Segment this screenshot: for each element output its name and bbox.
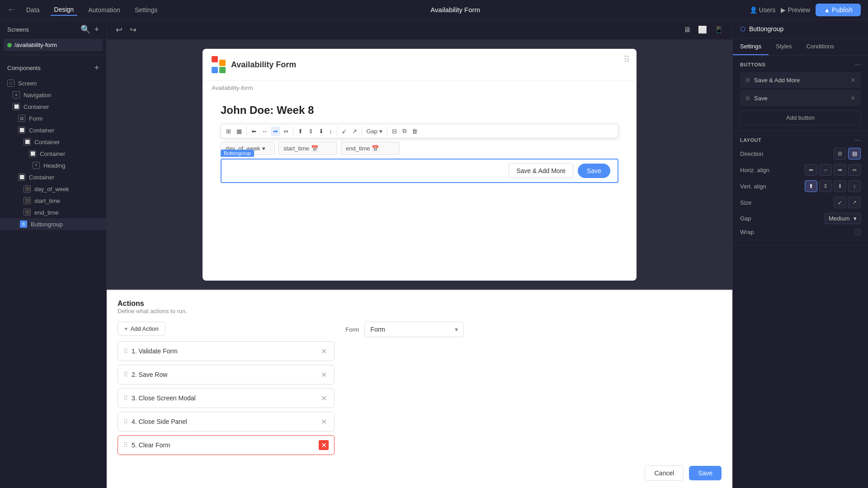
mobile-view-button[interactable]: 📱 (712, 23, 725, 36)
nav-design[interactable]: Design (51, 4, 78, 16)
tree-item-navigation[interactable]: ≡ Navigation (0, 89, 106, 101)
cancel-button[interactable]: Cancel (645, 465, 684, 481)
tree-item-end-time[interactable]: ⬛ end_time (0, 206, 106, 218)
size-expand-btn[interactable]: ↗ (848, 197, 861, 208)
copy-btn[interactable]: ⧉ (400, 126, 409, 136)
action-close-4[interactable]: ✕ (319, 417, 329, 427)
buttons-section-header: BUTTONS — (740, 61, 861, 68)
align-center-btn[interactable]: ↔ (259, 127, 270, 136)
right-sidebar-header: ⬡ Buttongroup (733, 20, 868, 38)
gap-btn[interactable]: Gap ▾ (364, 127, 385, 136)
action-item-3[interactable]: ⠿ 3. Close Screen Modal ✕ (118, 388, 335, 408)
vert-bot-btn[interactable]: ⬇ (834, 180, 846, 192)
end-time-field[interactable]: end_time 📅 (341, 142, 400, 155)
size-shrink-btn[interactable]: ↙ (834, 197, 846, 208)
preview-link[interactable]: ▶ Preview (781, 6, 810, 14)
size-shrink-btn[interactable]: ↙ (340, 127, 349, 136)
save-actions-button[interactable]: Save (689, 466, 722, 480)
tree-item-container-4[interactable]: ⬜ Container (0, 148, 106, 160)
gap-select[interactable]: Medium ▾ (825, 213, 861, 224)
tree-item-form[interactable]: ▤ Form (0, 113, 106, 124)
field-icon-end: ⬛ (24, 209, 31, 216)
collapse-layout-button[interactable]: — (855, 136, 861, 143)
grid-view-btn[interactable]: ⊟ (390, 127, 399, 136)
tab-conditions[interactable]: Conditions (799, 38, 841, 55)
form-dropdown[interactable]: Form ▾ (364, 322, 464, 337)
button-list-item-1[interactable]: ⚙ Save & Add More ✕ (740, 72, 861, 88)
valign-bot-btn[interactable]: ⬇ (316, 127, 326, 136)
tab-settings[interactable]: Settings (733, 38, 769, 55)
back-button[interactable]: ← (7, 5, 15, 14)
add-button-button[interactable]: Add button (740, 110, 861, 125)
wrap-checkbox[interactable] (854, 229, 861, 235)
tree-item-container-3[interactable]: ⬜ Container (0, 136, 106, 148)
nav-data[interactable]: Data (23, 5, 43, 15)
remove-button-1[interactable]: ✕ (850, 76, 856, 84)
save-add-more-button[interactable]: Save & Add More (509, 163, 573, 178)
action-close-1[interactable]: ✕ (319, 346, 329, 356)
tree-item-container-1[interactable]: ⬜ Container (0, 101, 106, 113)
actions-description: Define what actions to run. (118, 308, 722, 314)
vert-top-btn[interactable]: ⬆ (805, 180, 817, 192)
tree-item-heading[interactable]: T Heading (0, 160, 106, 171)
tree-item-buttongroup[interactable]: B Buttongroup (0, 218, 106, 230)
tree-item-container-2[interactable]: ⬜ Container (0, 124, 106, 136)
add-action-button[interactable]: + Add Action (118, 322, 165, 336)
delete-btn[interactable]: 🗑 (410, 127, 420, 136)
redo-button[interactable]: ↪ (128, 20, 138, 40)
layout-cols-btn[interactable]: ▦ (234, 127, 244, 136)
action-item-4[interactable]: ⠿ 4. Close Side Panel ✕ (118, 412, 335, 432)
add-component-button[interactable]: + (94, 63, 99, 73)
right-sidebar: ⬡ Buttongroup Settings Styles Conditions… (732, 20, 868, 488)
start-time-field[interactable]: start_time 📅 (278, 142, 337, 155)
desktop-view-button[interactable]: 🖥 (682, 24, 693, 36)
tablet-view-button[interactable]: ⬜ (696, 23, 709, 36)
direction-row-btn[interactable]: ▤ (848, 148, 861, 160)
layout-grid-btn[interactable]: ⊞ (224, 127, 233, 136)
align-left-btn[interactable]: ⬅ (249, 127, 259, 136)
publish-button[interactable]: ▲ Publish (816, 4, 861, 16)
size-expand-btn[interactable]: ↗ (350, 127, 359, 136)
direction-grid-btn[interactable]: ⊞ (834, 148, 846, 160)
gear-icon-2: ⚙ (745, 95, 750, 102)
add-screen-button[interactable]: + (94, 24, 99, 34)
save-button[interactable]: Save (578, 164, 610, 178)
tree-item-day-of-week[interactable]: ⬛ day_of_week (0, 183, 106, 195)
tree-item-container-5[interactable]: ⬜ Container (0, 171, 106, 183)
screen-item-availability[interactable]: /availability-form (4, 39, 103, 51)
action-close-5[interactable]: ✕ (319, 440, 329, 450)
remove-button-2[interactable]: ✕ (850, 94, 856, 102)
nav-automation[interactable]: Automation (85, 5, 124, 15)
valign-fill-btn[interactable]: ↕ (327, 127, 335, 136)
horiz-left-btn[interactable]: ⬅ (805, 164, 817, 176)
action-label-4: 4. Close Side Panel (132, 418, 315, 425)
horiz-justify-btn[interactable]: ⇔ (848, 164, 861, 176)
action-close-3[interactable]: ✕ (319, 393, 329, 403)
horiz-right-btn[interactable]: ➡ (834, 164, 846, 176)
vert-mid-btn[interactable]: ⇕ (819, 180, 832, 192)
action-close-2[interactable]: ✕ (319, 370, 329, 380)
valign-top-btn[interactable]: ⬆ (296, 127, 305, 136)
vert-stretch-btn[interactable]: ↕ (848, 180, 861, 192)
collapse-buttons-button[interactable]: — (855, 61, 861, 68)
size-row: Size ↙ ↗ (740, 197, 861, 208)
horiz-align-options: ⬅ ↔ ➡ ⇔ (805, 164, 861, 176)
undo-button[interactable]: ↩ (114, 20, 124, 40)
horiz-center-btn[interactable]: ↔ (819, 164, 832, 176)
search-screens-button[interactable]: 🔍 (80, 24, 90, 34)
tree-item-start-time[interactable]: ⬛ start_time (0, 195, 106, 206)
align-right-btn[interactable]: ➡ (271, 127, 280, 136)
canvas-toolbar: ↩ ↪ 🖥 ⬜ 📱 (107, 20, 732, 40)
tree-item-screen[interactable]: □ Screen (0, 77, 106, 89)
nav-settings[interactable]: Settings (131, 5, 161, 15)
action-item-1[interactable]: ⠿ 1. Validate Form ✕ (118, 341, 335, 361)
valign-mid-btn[interactable]: ⇕ (306, 127, 316, 136)
tab-styles[interactable]: Styles (769, 38, 799, 55)
action-item-5[interactable]: ⠿ 5. Clear Form ✕ (118, 435, 335, 455)
align-fill-btn[interactable]: ⇔ (281, 127, 291, 136)
components-section-header: Components + (0, 59, 106, 77)
float-toolbar: ⊞ ▦ ⬅ ↔ ➡ ⇔ ⬆ ⇕ ⬇ ↕ ↙ ↗ (221, 124, 618, 138)
action-item-2[interactable]: ⠿ 2. Save Row ✕ (118, 365, 335, 385)
users-link[interactable]: 👤 Users (750, 6, 776, 14)
button-list-item-2[interactable]: ⚙ Save ✕ (740, 90, 861, 106)
